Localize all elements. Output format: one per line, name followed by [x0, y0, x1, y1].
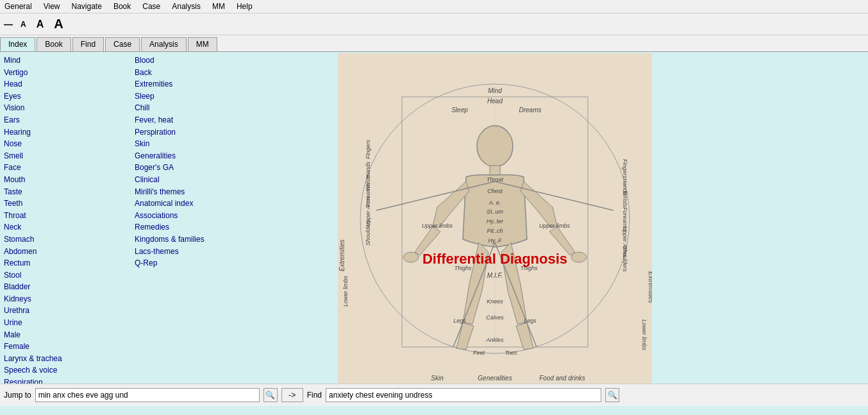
- nav-col1: MindVertigoHeadEyesVisionEarsHearingNose…: [4, 55, 135, 384]
- jump-input[interactable]: [35, 388, 260, 402]
- svg-text:Skin: Skin: [431, 375, 444, 382]
- nav-item[interactable]: Clinical: [135, 174, 265, 186]
- nav-item[interactable]: Rectum: [4, 257, 135, 269]
- svg-text:A. e.: A. e.: [488, 199, 501, 206]
- nav-item[interactable]: Kidneys: [4, 293, 135, 305]
- svg-point-7: [571, 252, 587, 262]
- font-large[interactable]: A: [51, 15, 65, 33]
- svg-text:Hy..ter: Hy..ter: [487, 218, 504, 224]
- tab-mm[interactable]: MM: [188, 37, 217, 51]
- nav-item[interactable]: Remedies: [135, 221, 265, 233]
- nav-item[interactable]: Abdomen: [4, 246, 135, 258]
- svg-text:Upper limbs: Upper limbs: [422, 223, 453, 229]
- svg-text:Legs: Legs: [453, 318, 466, 324]
- nav-item[interactable]: Skin: [135, 138, 265, 150]
- menu-general[interactable]: General: [3, 1, 34, 12]
- tab-book[interactable]: Book: [37, 37, 71, 51]
- svg-text:Wrists: Wrists: [622, 191, 628, 207]
- nav-item[interactable]: Vertigo: [4, 67, 135, 79]
- find-label: Find: [307, 391, 322, 400]
- svg-text:Shoulders: Shoulders: [622, 246, 628, 272]
- nav-item[interactable]: Neck: [4, 221, 135, 233]
- nav-item[interactable]: Anatomical index: [135, 198, 265, 210]
- svg-text:Differential Diagnosis: Differential Diagnosis: [422, 251, 567, 267]
- tab-find[interactable]: Find: [72, 37, 104, 51]
- nav-item[interactable]: Respiration: [4, 377, 135, 384]
- svg-text:Extremities: Extremities: [338, 240, 346, 271]
- tab-analysis[interactable]: Analysis: [141, 37, 187, 51]
- menu-help[interactable]: Help: [235, 1, 255, 12]
- nav-item[interactable]: Perspiration: [135, 126, 265, 139]
- nav-col2: BloodBackExtremitiesSleepChillFever, hea…: [135, 55, 265, 384]
- nav-item[interactable]: Lacs-themes: [135, 246, 265, 258]
- nav-item[interactable]: Throat: [4, 210, 135, 222]
- svg-text:Feet: Feet: [473, 350, 485, 356]
- nav-item[interactable]: Generalities: [135, 150, 265, 162]
- nav-item[interactable]: Blood: [135, 55, 265, 67]
- font-medium[interactable]: A: [34, 17, 47, 31]
- nav-item[interactable]: Head: [4, 78, 135, 90]
- nav-item[interactable]: Speech & voice: [4, 364, 135, 377]
- nav-item[interactable]: Q-Rep: [135, 257, 265, 269]
- arrow-button[interactable]: ->: [281, 388, 303, 402]
- nav-item[interactable]: Taste: [4, 186, 135, 198]
- svg-point-6: [403, 252, 419, 262]
- font-dash: —: [4, 19, 13, 30]
- svg-text:Knees: Knees: [487, 298, 503, 305]
- menu-mm[interactable]: MM: [210, 1, 227, 12]
- nav-item[interactable]: Mouth: [4, 174, 135, 186]
- nav-item[interactable]: Fever, heat: [135, 114, 265, 126]
- nav-item[interactable]: Vision: [4, 102, 135, 114]
- nav-item[interactable]: Chill: [135, 102, 265, 114]
- nav-item[interactable]: Nose: [4, 138, 135, 150]
- font-small[interactable]: A: [18, 19, 29, 30]
- svg-text:Lower limbs: Lower limbs: [641, 319, 647, 351]
- svg-text:Generalities: Generalities: [478, 375, 512, 382]
- menu-navigate[interactable]: Navigate: [70, 1, 104, 12]
- menu-analysis[interactable]: Analysis: [170, 1, 203, 12]
- nav-item[interactable]: Bladder: [4, 281, 135, 293]
- svg-text:Lower limbs: Lower limbs: [342, 275, 349, 307]
- nav-item[interactable]: Sleep: [135, 90, 265, 103]
- nav-item[interactable]: Stool: [4, 269, 135, 282]
- nav-item[interactable]: Teeth: [4, 198, 135, 210]
- svg-text:Extremities: Extremities: [647, 271, 652, 303]
- nav-item[interactable]: Eyes: [4, 90, 135, 103]
- nav-item[interactable]: Kingdoms & families: [135, 233, 265, 246]
- nav-item[interactable]: Extremities: [135, 78, 265, 90]
- nav-item[interactable]: Boger's GA: [135, 162, 265, 174]
- nav-item[interactable]: Hearing: [4, 126, 135, 139]
- nav-item[interactable]: Ears: [4, 114, 135, 126]
- nav-item[interactable]: Back: [135, 67, 265, 79]
- nav-item[interactable]: Urine: [4, 317, 135, 329]
- nav-item[interactable]: Face: [4, 162, 135, 174]
- svg-text:Hy..F: Hy..F: [488, 237, 502, 244]
- nav-item[interactable]: Associations: [135, 210, 265, 222]
- nav-item[interactable]: Mind: [4, 55, 135, 67]
- menu-view[interactable]: View: [42, 1, 62, 12]
- tab-case[interactable]: Case: [105, 37, 140, 51]
- menubar: General View Navigate Book Case Analysis…: [0, 0, 868, 13]
- nav-item[interactable]: Urethra: [4, 305, 135, 317]
- find-search-button[interactable]: 🔍: [605, 388, 619, 402]
- svg-text:Calves: Calves: [486, 314, 504, 321]
- svg-text:Fingers: Fingers: [365, 139, 371, 159]
- jump-search-button[interactable]: 🔍: [263, 388, 278, 402]
- nav-item[interactable]: Female: [4, 341, 135, 353]
- svg-text:Mind: Mind: [488, 87, 502, 94]
- nav-item[interactable]: Mirilli's themes: [135, 186, 265, 198]
- body-map[interactable]: Mind Head Sleep Dreams Throat Chest A. e…: [338, 53, 652, 384]
- svg-text:Dreams: Dreams: [519, 106, 541, 114]
- nav-item[interactable]: Larynx & trachea: [4, 353, 135, 365]
- tab-index[interactable]: Index: [0, 37, 35, 51]
- svg-point-4: [477, 126, 513, 167]
- menu-book[interactable]: Book: [112, 1, 133, 12]
- find-input[interactable]: [326, 388, 601, 402]
- nav-item[interactable]: Smell: [4, 150, 135, 162]
- nav-item[interactable]: Stomach: [4, 233, 135, 246]
- menu-case[interactable]: Case: [140, 1, 162, 12]
- fontbar: — A A A: [0, 13, 868, 35]
- nav-item[interactable]: Male: [4, 329, 135, 341]
- right-panel: [721, 52, 868, 384]
- main-content: MindVertigoHeadEyesVisionEarsHearingNose…: [0, 52, 868, 384]
